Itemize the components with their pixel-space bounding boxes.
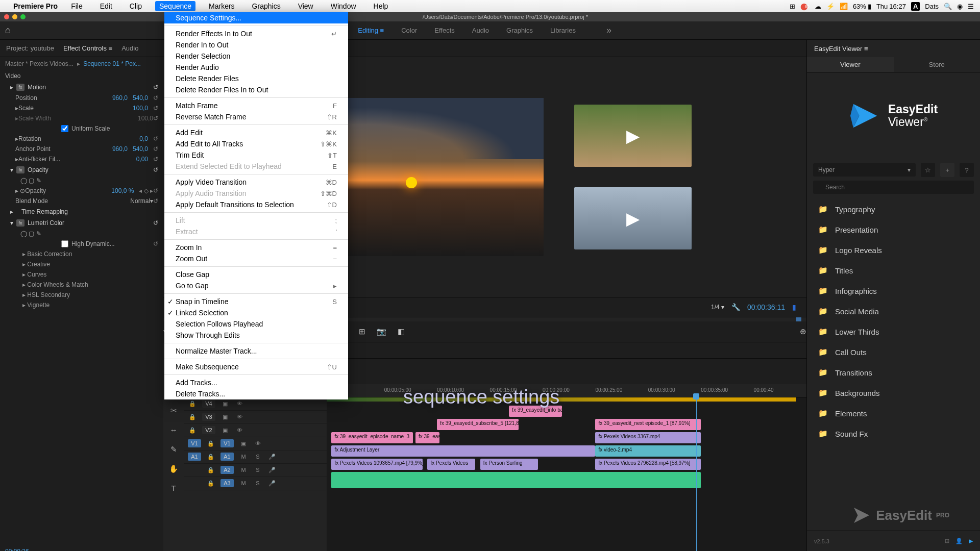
tab-effect-controls[interactable]: Effect Controls ≡: [63, 44, 112, 52]
menu-edit[interactable]: Edit: [96, 1, 116, 11]
category-sound-fx[interactable]: 📁Sound Fx: [807, 423, 980, 444]
dd-add-edit-to-all-tracks[interactable]: Add Edit to All Tracks⇧⌘K: [164, 138, 348, 149]
dd-apply-video-transition[interactable]: Apply Video Transition⌘D: [164, 177, 348, 188]
wifi-con-icon[interactable]: 📶: [840, 3, 848, 10]
ws-graphics[interactable]: Graphics: [506, 27, 533, 34]
slip-tool[interactable]: ↔: [167, 424, 180, 436]
clip-v1d[interactable]: fx Pexels Videos 2796228.mp4 [58,97%]: [595, 459, 701, 470]
prop-position[interactable]: Position960,0540,0↺: [0, 93, 163, 103]
prop-blend[interactable]: Blend ModeNormal ▾↺: [0, 196, 163, 206]
track-v2[interactable]: 🔒V2▣👁: [184, 424, 327, 437]
track-v1[interactable]: V1🔒V1▣👁: [184, 437, 327, 450]
dd-apply-default-transitions-to-selection[interactable]: Apply Default Transitions to Selection⇧D: [164, 199, 348, 210]
opacity-masks[interactable]: ◯ ▢ ✎: [0, 176, 163, 186]
star-icon[interactable]: ☆: [921, 163, 935, 177]
category-elements[interactable]: 📁Elements: [807, 403, 980, 423]
menu-clip[interactable]: Clip: [126, 1, 146, 11]
tab-audio[interactable]: Audio: [121, 44, 138, 52]
fx-motion[interactable]: ▸ fx Motion↺: [0, 82, 163, 93]
dd-delete-render-files[interactable]: Delete Render Files: [164, 73, 348, 84]
dd-render-selection[interactable]: Render Selection: [164, 51, 348, 62]
battery-indicator[interactable]: 63% ▮: [853, 3, 871, 10]
fx-opacity[interactable]: ▾ fx Opacity↺: [0, 164, 163, 176]
minimize-window[interactable]: [12, 14, 17, 19]
category-transitions[interactable]: 📁Transitions: [807, 362, 980, 383]
dd-render-audio[interactable]: Render Audio: [164, 62, 348, 73]
maximize-window[interactable]: [20, 14, 26, 19]
fx-time-remap[interactable]: ▸ Time Remapping: [0, 206, 163, 217]
dd-linked-selection[interactable]: ✓Linked Selection: [164, 307, 348, 318]
clip-v1b[interactable]: fx Pexels Videos: [427, 459, 475, 470]
menu-window[interactable]: Window: [327, 1, 360, 11]
clip-v4a[interactable]: fx 39_easyedit_subscribe_5 [121,83%]: [437, 419, 519, 430]
clip-v1a[interactable]: fx Pexels Videos 1093657.mp4 [79,9%]: [331, 459, 423, 470]
dd-snap-in-timeline[interactable]: ✓Snap in TimelineS: [164, 296, 348, 307]
dd-match-frame[interactable]: Match FrameF: [164, 100, 348, 111]
dd-render-in-to-out[interactable]: Render In to Out: [164, 39, 348, 51]
playhead[interactable]: [696, 395, 697, 552]
compare-icon[interactable]: ◧: [398, 327, 405, 336]
dd-delete-tracks-[interactable]: Delete Tracks...: [164, 388, 348, 399]
dd-selection-follows-playhead[interactable]: Selection Follows Playhead: [164, 318, 348, 330]
search-icon[interactable]: 🔍: [944, 3, 952, 10]
clip-v2[interactable]: fx Adjustment Layer: [331, 445, 595, 457]
menu-help[interactable]: Help: [370, 1, 393, 11]
lumetri-basic-correction[interactable]: ▸ Basic Correction: [0, 249, 163, 259]
hand-tool[interactable]: ✋: [167, 463, 180, 475]
dd-add-edit[interactable]: Add Edit⌘K: [164, 127, 348, 138]
dd-zoom-in[interactable]: Zoom In=: [164, 242, 348, 253]
clip-v3a[interactable]: fx 39_easyedit_episode_name_3: [331, 432, 413, 443]
menu-graphics[interactable]: Graphics: [248, 1, 285, 11]
rp-tab-viewer[interactable]: Viewer: [807, 57, 894, 72]
notifications-icon[interactable]: ☰: [968, 3, 974, 10]
category-infographics[interactable]: 📁Infographics: [807, 281, 980, 301]
dd-close-gap[interactable]: Close Gap: [164, 269, 348, 280]
lumetri-hsl-secondary[interactable]: ▸ HSL Secondary: [0, 290, 163, 300]
category-lower-thirds[interactable]: 📁Lower Thirds: [807, 321, 980, 342]
track-a1[interactable]: A1🔒A1MS🎤: [184, 450, 327, 464]
ws-libraries[interactable]: Libraries: [550, 27, 576, 34]
menu-file[interactable]: File: [67, 1, 87, 11]
user-badge[interactable]: A: [911, 2, 920, 11]
clip-v3b[interactable]: fx 39_eas: [415, 432, 439, 443]
wrench-icon[interactable]: 🔧: [731, 303, 740, 311]
app-name[interactable]: Premiere Pro: [13, 2, 58, 10]
track-v3[interactable]: 🔒V3▣👁: [184, 411, 327, 424]
prop-rotation[interactable]: ▸ Rotation0,0↺: [0, 134, 163, 144]
pen-tool[interactable]: ✎: [167, 443, 180, 456]
category-social-media[interactable]: 📁Social Media: [807, 301, 980, 321]
clip-v1c[interactable]: fx Person Surfing: [480, 459, 538, 470]
dd-sequence-settings-[interactable]: Sequence Settings...: [164, 12, 348, 23]
cloud-icon[interactable]: ☁: [815, 3, 821, 10]
category-titles[interactable]: 📁Titles: [807, 260, 980, 281]
dd-add-tracks-[interactable]: Add Tracks...: [164, 377, 348, 388]
close-window[interactable]: [4, 14, 9, 19]
lumetri-masks[interactable]: ◯ ▢ ✎: [0, 229, 163, 239]
fx-lumetri[interactable]: ▾ fx Lumetri Color↺: [0, 217, 163, 229]
screencast-icon[interactable]: ⊞: [790, 3, 795, 10]
prop-scale[interactable]: ▸ Scale100,0↺: [0, 103, 163, 113]
dd-go-to-gap[interactable]: Go to Gap▸: [164, 280, 348, 291]
siri-icon[interactable]: ◉: [957, 3, 963, 10]
prop-antiflicker[interactable]: ▸ Anti-flicker Fil...0,00↺: [0, 154, 163, 164]
dd-normalize-master-track-[interactable]: Normalize Master Track...: [164, 345, 348, 357]
home-icon[interactable]: ⌂: [5, 25, 11, 36]
ws-overflow[interactable]: »: [606, 25, 611, 36]
category-typography[interactable]: 📁Typography: [807, 199, 980, 219]
dd-reverse-match-frame[interactable]: Reverse Match Frame⇧R: [164, 111, 348, 122]
hdr-check[interactable]: High Dynamic...↺: [0, 239, 163, 249]
menu-sequence[interactable]: Sequence: [155, 1, 195, 11]
track-a2[interactable]: 🔒A2MS🎤: [184, 464, 327, 477]
dd-delete-render-files-in-to-out[interactable]: Delete Render Files In to Out: [164, 84, 348, 95]
track-a3[interactable]: 🔒A3MS🎤: [184, 477, 327, 490]
help-icon[interactable]: ?: [960, 163, 974, 177]
notification-icon[interactable]: ⬤65: [800, 3, 810, 10]
clip-v3c[interactable]: fx Pexels Videos 3367.mp4: [595, 432, 701, 443]
grid-icon[interactable]: ⊞: [945, 538, 949, 544]
lumetri-vignette[interactable]: ▸ Vignette: [0, 300, 163, 310]
menu-markers[interactable]: Markers: [205, 1, 239, 11]
prop-opacity[interactable]: ▸ ⊙ Opacity100,0 %◂ ◇ ▸↺: [0, 186, 163, 196]
plus-icon[interactable]: +: [940, 163, 954, 177]
ws-color[interactable]: Color: [401, 27, 417, 34]
lumetri-curves[interactable]: ▸ Curves: [0, 269, 163, 280]
